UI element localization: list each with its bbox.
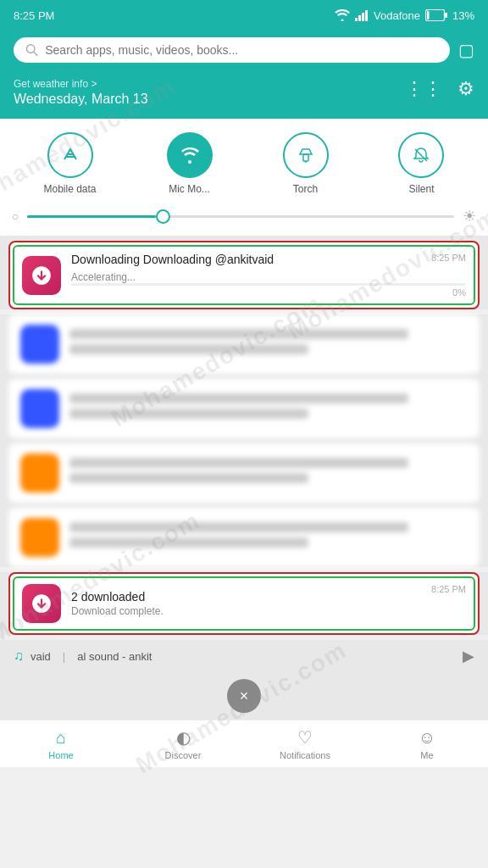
blurred-text-2 — [69, 393, 468, 424]
close-icon: × — [240, 687, 249, 705]
nav-notifications[interactable]: ♡ Notifications — [244, 727, 366, 760]
search-input-box[interactable] — [14, 37, 450, 63]
brightness-thumb[interactable] — [156, 209, 170, 224]
downloading-subtitle: Accelerating... — [71, 271, 466, 283]
grid-icon[interactable]: ⋮⋮ — [405, 78, 442, 100]
blurred-line — [69, 522, 408, 532]
status-bar: 8:25 PM Vodafone 13% — [0, 0, 488, 31]
weather-info: Get weather info > — [14, 78, 148, 90]
battery-icon — [425, 9, 447, 21]
blurred-line — [69, 537, 308, 548]
nav-me-label: Me — [420, 750, 433, 760]
svg-point-7 — [26, 45, 35, 53]
downloaded-time: 8:25 PM — [431, 584, 466, 594]
music-separator: | — [63, 650, 65, 663]
toggle-torch-label: Torch — [293, 183, 318, 195]
toggle-mobile-data-label: Mobile data — [43, 183, 96, 195]
svg-marker-9 — [300, 149, 312, 154]
nav-discover-label: Discover — [165, 750, 202, 760]
close-button-container: × — [0, 672, 488, 720]
nav-home[interactable]: ⌂ Home — [0, 728, 122, 760]
downloaded-title: 2 downloaded — [71, 590, 466, 604]
search-bar-container: ▢ — [0, 31, 488, 71]
toggle-mobile-data[interactable]: Mobile data — [43, 132, 96, 195]
nav-bar: ⌂ Home ◐ Discover ♡ Notifications ☺ Me — [0, 720, 488, 767]
blurred-row-3 — [8, 443, 480, 503]
toggle-mic[interactable]: Mic Mo... — [167, 132, 213, 195]
toggle-torch[interactable]: Torch — [283, 132, 329, 195]
downloading-notification[interactable]: Downloading Downloading @ankitvaid Accel… — [8, 241, 480, 309]
brightness-track[interactable] — [27, 215, 454, 218]
svg-line-8 — [34, 52, 37, 55]
music-play-icon[interactable]: ▶ — [463, 647, 474, 665]
nav-me[interactable]: ☺ Me — [366, 728, 488, 760]
search-input[interactable] — [45, 43, 438, 57]
blurred-icon-2 — [20, 389, 59, 428]
home-icon: ⌂ — [56, 728, 66, 748]
music-artist: vaid — [30, 650, 51, 663]
blurred-line — [69, 473, 308, 483]
downloaded-app-icon — [22, 584, 61, 623]
brightness-slider: ○ ☀ — [0, 203, 488, 236]
scan-icon[interactable]: ▢ — [458, 40, 474, 60]
nav-notifications-label: Notifications — [280, 750, 330, 760]
svg-rect-6 — [427, 11, 430, 19]
svg-rect-1 — [358, 15, 361, 21]
nav-discover[interactable]: ◐ Discover — [122, 727, 244, 760]
toggle-silent-circle[interactable] — [398, 132, 444, 178]
nav-home-label: Home — [48, 750, 73, 760]
weather-date: Wednesday, March 13 — [14, 92, 148, 107]
progress-percent: 0% — [71, 287, 466, 298]
blurred-icon-1 — [20, 325, 59, 364]
downloaded-notif-content: 2 downloaded Download complete. — [71, 590, 466, 617]
search-icon — [25, 43, 38, 57]
music-track: al sound - ankit — [77, 650, 152, 663]
toggle-mobile-data-circle[interactable] — [47, 132, 93, 178]
toggle-torch-circle[interactable] — [283, 132, 329, 178]
notifications-icon: ♡ — [297, 727, 313, 748]
carrier-name: Vodafone — [374, 9, 420, 22]
svg-rect-2 — [362, 13, 364, 21]
blurred-row-4 — [8, 508, 480, 567]
downloaded-subtitle: Download complete. — [71, 605, 466, 617]
toggle-mic-circle[interactable] — [167, 132, 213, 178]
music-icon: ♫ — [14, 648, 24, 664]
blurred-icon-3 — [20, 453, 59, 492]
discover-icon: ◐ — [176, 727, 191, 748]
downloading-app-icon — [22, 256, 61, 295]
blurred-line — [69, 344, 308, 354]
svg-rect-10 — [303, 154, 308, 161]
blurred-line — [69, 458, 408, 468]
gear-icon[interactable]: ⚙ — [458, 78, 474, 100]
blurred-line — [69, 409, 308, 419]
downloading-title: Downloading Downloading @ankitvaid — [71, 253, 466, 266]
profile-icon: ☺ — [419, 728, 435, 748]
quick-toggles: Mobile data Mic Mo... Torch — [0, 119, 488, 203]
bottom-music-bar: ♫ vaid | al sound - ankit ▶ — [0, 640, 488, 672]
weather-section: Get weather info > Wednesday, March 13 ⋮… — [0, 71, 488, 119]
downloading-time: 8:25 PM — [431, 253, 466, 263]
brightness-fill — [27, 215, 155, 218]
weather-left: Get weather info > Wednesday, March 13 — [14, 78, 148, 107]
svg-rect-5 — [445, 13, 447, 18]
progress-track — [71, 283, 466, 286]
close-button[interactable]: × — [227, 679, 261, 713]
weather-right: ⋮⋮ ⚙ — [405, 78, 474, 100]
downloaded-notification[interactable]: 2 downloaded Download complete. 8:25 PM — [8, 572, 480, 635]
progress-container: Accelerating... 0% — [71, 271, 466, 298]
svg-rect-0 — [355, 18, 358, 21]
status-time: 8:25 PM — [14, 9, 54, 22]
blurred-line — [69, 329, 408, 339]
blurred-row-2 — [8, 379, 480, 438]
blurred-text-4 — [69, 522, 468, 553]
wifi-icon — [335, 9, 350, 21]
blurred-icon-4 — [20, 518, 59, 557]
toggle-silent[interactable]: Silent — [398, 132, 444, 195]
blurred-notifications — [0, 314, 488, 567]
toggle-mic-label: Mic Mo... — [169, 183, 210, 195]
battery-level: 13% — [452, 9, 474, 22]
svg-rect-3 — [365, 10, 368, 21]
brightness-min-icon: ○ — [12, 209, 19, 223]
blurred-text-3 — [69, 458, 468, 488]
status-right: Vodafone 13% — [335, 9, 474, 22]
